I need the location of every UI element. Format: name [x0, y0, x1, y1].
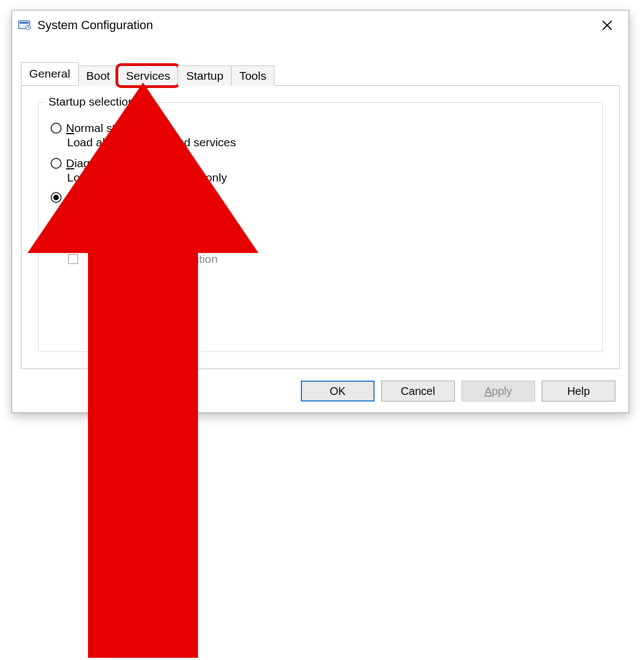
radio-desc-normal: Load all d s and services: [67, 136, 590, 149]
tab-startup[interactable]: Startup: [178, 65, 232, 86]
dialog-button-row: OK Cancel Apply Help: [301, 381, 615, 402]
checkbox-label-boot-config: figuration: [84, 252, 218, 266]
cancel-button[interactable]: Cancel: [381, 381, 455, 402]
system-configuration-dialog: System Configuration General Boot Servic…: [12, 10, 629, 413]
apply-button[interactable]: Apply: [461, 381, 535, 402]
tab-services[interactable]: Services: [118, 65, 179, 86]
tab-boot[interactable]: Boot: [78, 65, 118, 86]
radio-row-normal: Normal startup: [51, 122, 590, 135]
radio-normal-startup[interactable]: [51, 123, 62, 134]
group-legend: Startup selection: [45, 95, 137, 108]
radio-diagnostic-startup[interactable]: [51, 158, 62, 169]
titlebar: System Configuration: [12, 10, 629, 40]
checkbox-boot-config[interactable]: [68, 254, 78, 264]
close-icon: [602, 20, 613, 31]
checkbox-row-boot-config: figuration: [68, 252, 590, 266]
ok-button[interactable]: OK: [301, 381, 375, 402]
radio-label-diagnostic: Diagnostic startup: [66, 157, 158, 170]
tabs-container: General Boot Services Startup Tools Star…: [21, 62, 620, 369]
tab-tools[interactable]: Tools: [231, 65, 274, 86]
radio-row-selective: [51, 192, 590, 203]
window-title: System Configuration: [37, 18, 591, 32]
help-button[interactable]: Help: [542, 381, 615, 402]
startup-selection-group: Startup selection Normal startup Load al…: [38, 102, 603, 352]
tab-row: General Boot Services Startup Tools: [21, 62, 620, 85]
svg-rect-1: [20, 22, 29, 24]
msconfig-icon: [18, 19, 32, 31]
radio-desc-diagnostic: Loa vices only: [67, 171, 590, 184]
tab-general[interactable]: General: [21, 62, 79, 85]
tab-panel-general: Startup selection Normal startup Load al…: [21, 85, 620, 369]
radio-selective-startup[interactable]: [51, 192, 62, 203]
close-button[interactable]: [591, 14, 623, 36]
radio-label-normal: Normal startup: [66, 122, 142, 135]
radio-row-diagnostic: Diagnostic startup: [51, 157, 590, 170]
